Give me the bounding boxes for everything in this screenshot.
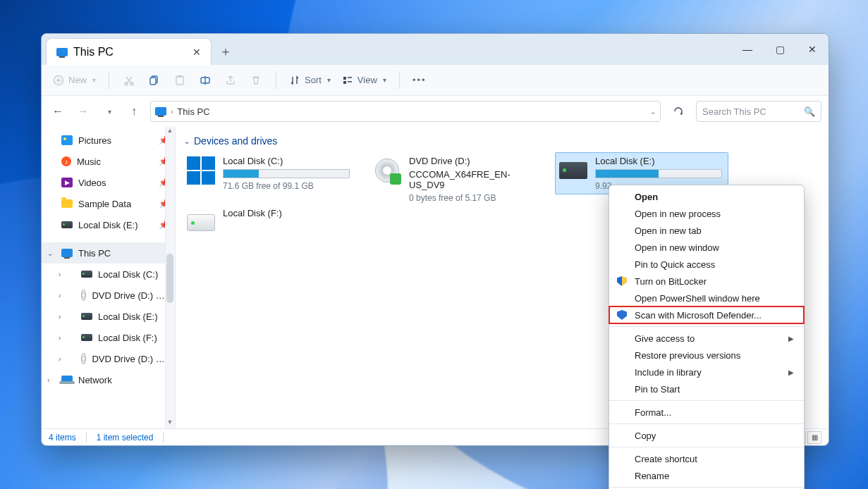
view-button[interactable]: View ▾ — [338, 69, 391, 92]
sort-button[interactable]: Sort ▾ — [285, 69, 335, 92]
share-icon — [224, 74, 237, 87]
context-menu-label: Turn on BitLocker — [635, 276, 707, 287]
context-menu-item[interactable]: Pin to Start — [609, 380, 804, 397]
context-menu-item[interactable]: Rename — [609, 467, 804, 484]
tab-close-button[interactable]: ✕ — [192, 47, 201, 58]
cut-button[interactable] — [118, 69, 140, 92]
context-menu-item[interactable]: Create shortcut — [609, 450, 804, 467]
context-menu-label: Include in library — [635, 367, 702, 378]
context-menu-item[interactable]: Scan with Microsoft Defender... — [609, 307, 804, 323]
nav-item-label: Pictures — [78, 135, 111, 146]
chevron-right-icon[interactable]: › — [59, 313, 61, 321]
nav-tree-item[interactable]: ›DVD Drive (D:) CCCOMA_X64FRE_EN-US_DV9 — [53, 348, 175, 369]
search-box[interactable]: Search This PC 🔍 — [696, 101, 821, 122]
drive-name: Local Disk (E:) — [595, 156, 725, 166]
nav-quick-item[interactable]: Sample Data📌 — [42, 193, 175, 214]
context-menu-item[interactable]: Open — [609, 188, 804, 205]
recent-button[interactable]: ▾ — [99, 102, 118, 120]
refresh-icon — [673, 106, 684, 117]
nav-quick-item[interactable]: ♪Music📌 — [42, 151, 175, 172]
ellipsis-icon: ••• — [412, 75, 427, 85]
nav-quick-item[interactable]: ▶Videos📌 — [42, 172, 175, 193]
context-menu-item[interactable]: Pin to Quick access — [609, 256, 804, 273]
nav-item-label: Local Disk (F:) — [98, 333, 157, 343]
nav-this-pc[interactable]: ⌄ This PC — [42, 242, 175, 264]
chevron-down-icon[interactable]: ⌄ — [650, 108, 656, 116]
nav-quick-item[interactable]: Local Disk (E:)📌 — [42, 214, 175, 235]
delete-button[interactable] — [245, 69, 267, 92]
context-menu-item[interactable]: Open in new window — [609, 239, 804, 256]
new-button[interactable]: New ▾ — [49, 69, 100, 92]
context-menu-item[interactable]: Open PowerShell window here — [609, 290, 804, 307]
maximize-button[interactable]: ▢ — [764, 34, 796, 65]
toolbar: New ▾ Sort ▾ View ▾ — [42, 65, 829, 96]
nav-quick-item[interactable]: Pictures📌 — [42, 130, 175, 151]
chevron-right-icon[interactable]: › — [59, 355, 61, 363]
context-menu-item[interactable]: Turn on BitLocker — [609, 273, 804, 290]
context-menu-label: Create shortcut — [635, 454, 697, 464]
plus-circle-icon — [53, 75, 64, 86]
drive-item[interactable]: Local Disk (C:)71.6 GB free of 99.1 GB — [183, 152, 356, 194]
disk-icon — [81, 334, 92, 341]
context-menu-item[interactable]: Format... — [609, 404, 804, 421]
context-menu-item[interactable]: Include in library▶ — [609, 364, 804, 380]
more-button[interactable]: ••• — [408, 69, 431, 92]
new-tab-button[interactable]: ＋ — [212, 38, 240, 65]
close-button[interactable]: ✕ — [796, 34, 829, 65]
chevron-down-icon: ⌄ — [184, 137, 190, 145]
copy-button[interactable] — [143, 69, 166, 92]
drive-item[interactable]: Local Disk (F:) — [183, 204, 356, 247]
tab-this-pc[interactable]: This PC ✕ — [46, 38, 212, 65]
drive-item[interactable]: DVD Drive (D:)CCCOMA_X64FRE_EN-US_DV90 b… — [369, 152, 542, 194]
videos-icon: ▶ — [61, 178, 73, 187]
view-label: View — [357, 75, 377, 85]
context-menu-label: Copy — [635, 431, 656, 441]
tiles-view-button[interactable]: ▦ — [807, 431, 821, 444]
minimize-button[interactable]: ― — [731, 34, 764, 65]
nav-tree-item[interactable]: ›DVD Drive (D:) CCCOMA_X64FRE_EN-US_DV9 — [53, 285, 175, 306]
chevron-right-icon[interactable]: › — [59, 271, 61, 278]
chevron-down-icon[interactable]: ⌄ — [47, 249, 53, 257]
paste-button[interactable] — [169, 69, 191, 92]
scroll-down-icon[interactable]: ▼ — [165, 419, 175, 428]
scroll-up-icon[interactable]: ▲ — [165, 127, 175, 137]
context-menu-label: Format... — [635, 407, 671, 418]
group-header[interactable]: ⌄ Devices and drives — [184, 135, 821, 147]
scroll-thumb[interactable] — [166, 254, 173, 303]
context-menu-item[interactable]: Give access to▶ — [609, 330, 804, 347]
refresh-button[interactable] — [668, 101, 689, 122]
tab-label: This PC — [73, 46, 114, 58]
new-label: New — [68, 75, 87, 85]
rename-button[interactable] — [194, 69, 216, 92]
window-controls: ― ▢ ✕ — [731, 34, 829, 65]
nav-tree-item[interactable]: ›Local Disk (F:) — [53, 327, 175, 348]
capacity-bar — [223, 169, 350, 178]
nav-network[interactable]: › Network — [42, 369, 175, 390]
context-menu-item[interactable]: Open in new process — [609, 205, 804, 222]
context-menu-item[interactable]: Open in new tab — [609, 222, 804, 239]
nav-item-label: Videos — [78, 178, 106, 188]
context-menu-label: Pin to Start — [635, 384, 680, 395]
drive-name: Local Disk (F:) — [223, 208, 353, 218]
nav-scrollbar[interactable]: ▲ ▼ — [165, 127, 175, 428]
nav-tree-item[interactable]: ›Local Disk (C:) — [53, 264, 175, 285]
address-bar[interactable]: › This PC ⌄ — [150, 101, 661, 122]
nav-tree-item[interactable]: ›Local Disk (E:) — [53, 306, 175, 327]
titlebar: This PC ✕ ＋ ― ▢ ✕ — [42, 34, 829, 65]
chevron-right-icon[interactable]: › — [47, 376, 49, 384]
share-button[interactable] — [219, 69, 242, 92]
search-icon: 🔍 — [804, 106, 815, 117]
windows-drive-icon — [187, 156, 215, 185]
context-menu-item[interactable]: Restore previous versions — [609, 347, 804, 364]
chevron-right-icon[interactable]: › — [59, 292, 61, 299]
network-icon — [61, 376, 73, 384]
back-button[interactable]: ← — [49, 102, 67, 120]
context-menu-item[interactable]: Copy — [609, 427, 804, 444]
forward-button[interactable]: → — [74, 102, 92, 120]
up-button[interactable]: ↑ — [125, 102, 143, 120]
disk-icon — [61, 221, 73, 228]
pictures-icon — [61, 135, 73, 145]
drive-name: Local Disk (C:) — [223, 156, 353, 166]
svg-rect-6 — [178, 75, 182, 78]
chevron-right-icon[interactable]: › — [59, 334, 61, 342]
